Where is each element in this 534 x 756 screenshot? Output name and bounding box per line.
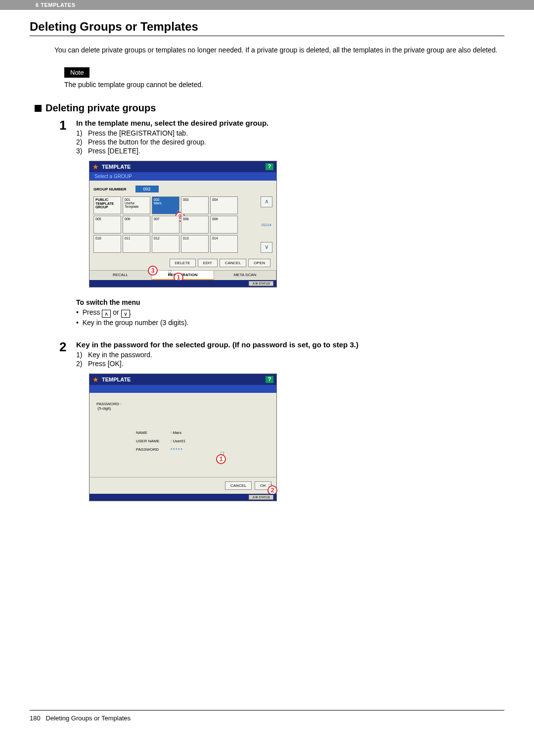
- step-2: 2 Key in the password for the selected g…: [59, 340, 504, 369]
- cancel-button[interactable]: CANCEL: [225, 481, 252, 490]
- screenshot-password: ★ TEMPLATE ? PASSWORD : (5-digit) NAME: …: [89, 374, 504, 501]
- cell-003[interactable]: 003: [181, 196, 209, 214]
- cell-007[interactable]: 007: [152, 216, 179, 234]
- switch-bullet-1: • Press ∧ or ∨.: [76, 308, 504, 318]
- cell-008[interactable]: 008: [181, 216, 209, 234]
- tab-row: RECALL REGISTRATION META SCAN 3 ☟ 1: [89, 270, 276, 280]
- mfp-title: TEMPLATE: [102, 164, 266, 170]
- cell-004[interactable]: 004: [210, 196, 238, 214]
- title-rule: [30, 36, 504, 36]
- name-key: NAME: [136, 430, 171, 435]
- tab-metascan[interactable]: META SCAN: [214, 271, 276, 280]
- cell-006[interactable]: 006: [123, 216, 150, 234]
- up-key-icon: ∧: [102, 310, 111, 318]
- step-1: 1 In the template menu, select the desir…: [59, 119, 504, 156]
- screenshot-template-menu: ★ TEMPLATE ? Select a GROUP GROUP NUMBER…: [89, 161, 504, 287]
- step-2-sub-2: 2)Press [OK].: [76, 360, 504, 368]
- star-icon: ★: [92, 376, 99, 383]
- down-key-icon: ∨: [121, 310, 130, 318]
- cell-005[interactable]: 005: [93, 216, 121, 234]
- mfp-sub-blank: [89, 385, 276, 393]
- password-key: PASSWORD: [136, 447, 171, 452]
- page-indicator: 01/14: [261, 223, 272, 227]
- edit-button[interactable]: EDIT: [198, 259, 218, 267]
- step-2-title: Key in the password for the selected gro…: [76, 340, 504, 349]
- group-number-value[interactable]: 002: [135, 186, 159, 192]
- cell-012[interactable]: 012: [152, 235, 179, 253]
- job-status-button[interactable]: JOB STATUS: [249, 495, 273, 500]
- tab-recall[interactable]: RECALL: [89, 271, 152, 280]
- delete-button[interactable]: DELETE: [170, 259, 196, 267]
- username-val: : User01: [171, 439, 185, 443]
- step-number: 2: [59, 340, 76, 369]
- chapter-label: 6 TEMPLATES: [36, 2, 75, 8]
- help-icon[interactable]: ?: [266, 376, 273, 383]
- template-grid: PUBLIC TEMPLATE GROUP 001Useful Template…: [93, 196, 258, 253]
- page-header: 6 TEMPLATES: [0, 0, 534, 10]
- cell-002[interactable]: 002Mars ☟ 2: [152, 196, 179, 214]
- scroll-down-button[interactable]: ∨: [261, 242, 272, 253]
- section-heading-text: Deleting private groups: [45, 102, 156, 113]
- switch-menu-title: To switch the menu: [76, 298, 504, 306]
- password-prompt: PASSWORD : (5-digit): [96, 402, 269, 411]
- public-template-cell[interactable]: PUBLIC TEMPLATE GROUP: [93, 196, 121, 214]
- step-number: 1: [59, 119, 76, 156]
- note-badge: Note: [64, 67, 89, 78]
- cell-014[interactable]: 014: [210, 235, 238, 253]
- cell-010[interactable]: 010: [93, 235, 121, 253]
- job-status-button[interactable]: JOB STATUS: [249, 281, 273, 286]
- step-1-sub-1: 1)Press the [REGISTRATION] tab.: [76, 129, 504, 137]
- page-number: 180: [30, 714, 41, 722]
- cancel-button[interactable]: CANCEL: [220, 259, 246, 267]
- page-footer: 180 Deleting Groups or Templates: [0, 710, 534, 722]
- cell-011[interactable]: 011: [123, 235, 150, 253]
- intro-paragraph: You can delete private groups or templat…: [54, 45, 504, 55]
- star-icon: ★: [92, 163, 99, 171]
- mfp-titlebar: ★ TEMPLATE ?: [89, 374, 276, 385]
- square-bullet-icon: [35, 105, 42, 112]
- page-title: Deleting Groups or Templates: [30, 20, 504, 34]
- callout-3: 3: [148, 266, 158, 276]
- step-2-sub-1: 1)Key in the password.: [76, 351, 504, 359]
- cell-001[interactable]: 001Useful Template: [123, 196, 150, 214]
- password-field[interactable]: *****: [171, 447, 183, 452]
- step-1-sub-3: 3)Press [DELETE].: [76, 147, 504, 155]
- name-val: : Mars: [171, 430, 181, 435]
- step-1-sub-2: 2)Press the button for the desired group…: [76, 138, 504, 146]
- mfp-subtitle: Select a GROUP: [89, 172, 276, 181]
- callout-1: 1: [216, 454, 226, 464]
- cell-009[interactable]: 009: [210, 216, 238, 234]
- footer-title: Deleting Groups or Templates: [46, 714, 131, 722]
- pointer-icon: ☟: [168, 269, 172, 277]
- scroll-up-button[interactable]: ∧: [261, 196, 272, 207]
- section-heading: Deleting private groups: [35, 102, 504, 114]
- switch-bullet-2: • Key in the group number (3 digits).: [76, 319, 504, 327]
- group-number-label: GROUP NUMBER: [93, 187, 127, 191]
- username-key: USER NAME: [136, 439, 171, 443]
- cell-013[interactable]: 013: [181, 235, 209, 253]
- step-1-title: In the template menu, select the desired…: [76, 119, 504, 127]
- mfp-titlebar: ★ TEMPLATE ?: [89, 161, 276, 172]
- help-icon[interactable]: ?: [266, 163, 273, 170]
- note-text: The public template group cannot be dele…: [64, 81, 504, 89]
- mfp-title: TEMPLATE: [102, 377, 266, 382]
- open-button[interactable]: OPEN: [248, 259, 270, 267]
